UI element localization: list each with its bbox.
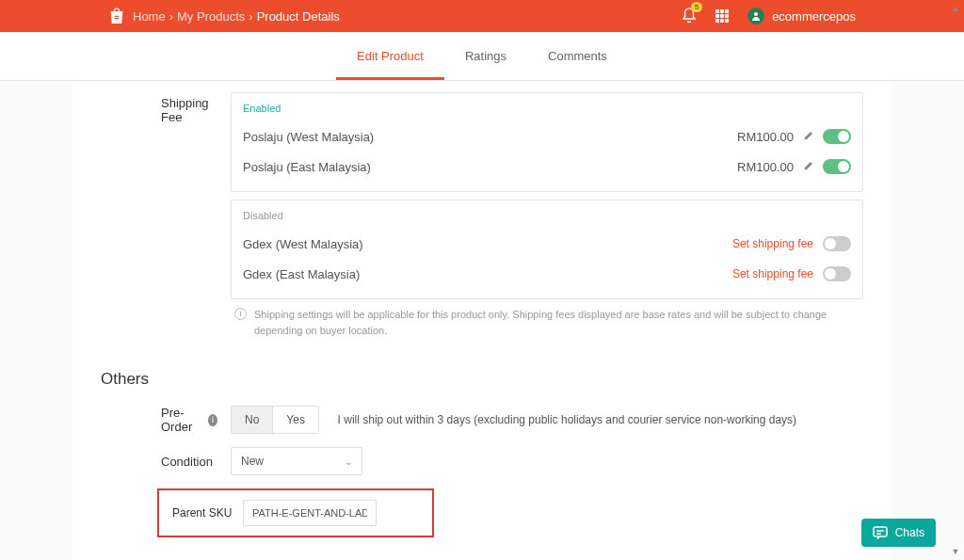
chat-icon bbox=[873, 526, 888, 539]
notification-count-badge: 5 bbox=[691, 2, 702, 12]
username: ecommercepos bbox=[772, 9, 856, 24]
shipping-row: Poslaju (East Malaysia) RM100.00 bbox=[243, 152, 851, 182]
shipping-row: Gdex (West Malaysia) Set shipping fee bbox=[243, 229, 851, 259]
scroll-down-arrow-icon[interactable]: ▼ bbox=[949, 545, 962, 558]
chevron-right-icon: › bbox=[249, 9, 252, 24]
breadcrumb: Home › My Products › Product Details bbox=[133, 9, 340, 24]
shipping-disabled-box: Disabled Gdex (West Malaysia) Set shippi… bbox=[231, 200, 863, 299]
product-tabs: Edit Product Ratings Comments bbox=[0, 32, 964, 81]
shipping-toggle[interactable] bbox=[823, 236, 851, 251]
preorder-note: I will ship out within 3 days (excluding… bbox=[338, 413, 797, 426]
parent-sku-label: Parent SKU bbox=[172, 506, 243, 520]
shipping-toggle[interactable] bbox=[823, 159, 851, 174]
preorder-label: Pre-Order i bbox=[101, 406, 231, 434]
condition-label: Condition bbox=[101, 455, 231, 469]
set-shipping-fee-link[interactable]: Set shipping fee bbox=[732, 237, 813, 250]
breadcrumb-home[interactable]: Home bbox=[133, 9, 166, 24]
shipping-enabled-box: Enabled Poslaju (West Malaysia) RM100.00… bbox=[231, 92, 863, 192]
pencil-icon[interactable] bbox=[803, 160, 813, 174]
shipping-row: Gdex (East Malaysia) Set shipping fee bbox=[243, 259, 851, 289]
notifications-button[interactable]: 5 bbox=[682, 7, 697, 26]
info-icon: i bbox=[234, 308, 247, 320]
avatar bbox=[747, 8, 764, 24]
user-menu[interactable]: ecommercepos bbox=[747, 8, 856, 24]
set-shipping-fee-link[interactable]: Set shipping fee bbox=[732, 267, 813, 280]
svg-rect-1 bbox=[874, 527, 887, 536]
tab-edit-product[interactable]: Edit Product bbox=[336, 32, 444, 80]
breadcrumb-my-products[interactable]: My Products bbox=[177, 9, 245, 24]
info-icon[interactable]: i bbox=[208, 414, 217, 426]
scroll-track[interactable] bbox=[949, 15, 962, 545]
shipping-fee-label: Shipping Fee bbox=[101, 92, 231, 338]
shipping-note: i Shipping settings will be applicable f… bbox=[231, 307, 863, 338]
shipping-provider-name: Poslaju (East Malaysia) bbox=[243, 160, 371, 174]
shipping-row: Poslaju (West Malaysia) RM100.00 bbox=[243, 121, 851, 152]
chevron-right-icon: › bbox=[169, 9, 173, 24]
chat-widget-button[interactable]: Chats bbox=[861, 519, 936, 547]
disabled-heading: Disabled bbox=[243, 210, 851, 221]
breadcrumb-current: Product Details bbox=[257, 9, 340, 24]
tab-comments[interactable]: Comments bbox=[527, 32, 628, 80]
shipping-price: RM100.00 bbox=[737, 160, 794, 174]
shipping-provider-name: Gdex (West Malaysia) bbox=[243, 237, 363, 251]
preorder-option-no[interactable]: No bbox=[232, 407, 272, 433]
shipping-toggle[interactable] bbox=[823, 129, 851, 144]
shipping-price: RM100.00 bbox=[737, 130, 794, 144]
parent-sku-highlight: Parent SKU bbox=[157, 488, 434, 537]
shipping-provider-name: Gdex (East Malaysia) bbox=[243, 267, 360, 281]
pencil-icon[interactable] bbox=[803, 130, 813, 144]
tab-ratings[interactable]: Ratings bbox=[444, 32, 527, 80]
svg-point-0 bbox=[754, 12, 758, 16]
app-header: Home › My Products › Product Details 5 e… bbox=[0, 0, 964, 32]
scroll-up-arrow-icon[interactable]: ▲ bbox=[949, 2, 962, 15]
vertical-scrollbar[interactable]: ▲ ▼ bbox=[949, 2, 962, 558]
condition-select[interactable]: New ⌄ bbox=[231, 447, 362, 475]
chevron-down-icon: ⌄ bbox=[345, 456, 352, 467]
parent-sku-input[interactable] bbox=[243, 500, 377, 526]
apps-grid-icon[interactable] bbox=[715, 9, 729, 23]
shopee-logo-icon[interactable] bbox=[108, 7, 125, 25]
shipping-toggle[interactable] bbox=[823, 266, 851, 281]
preorder-option-yes[interactable]: Yes bbox=[272, 407, 318, 433]
main-content: Shipping Fee Enabled Poslaju (West Malay… bbox=[72, 81, 892, 560]
enabled-heading: Enabled bbox=[243, 103, 851, 114]
others-section-title: Others bbox=[101, 370, 863, 389]
preorder-segmented: No Yes bbox=[231, 406, 319, 434]
shipping-provider-name: Poslaju (West Malaysia) bbox=[243, 130, 374, 144]
